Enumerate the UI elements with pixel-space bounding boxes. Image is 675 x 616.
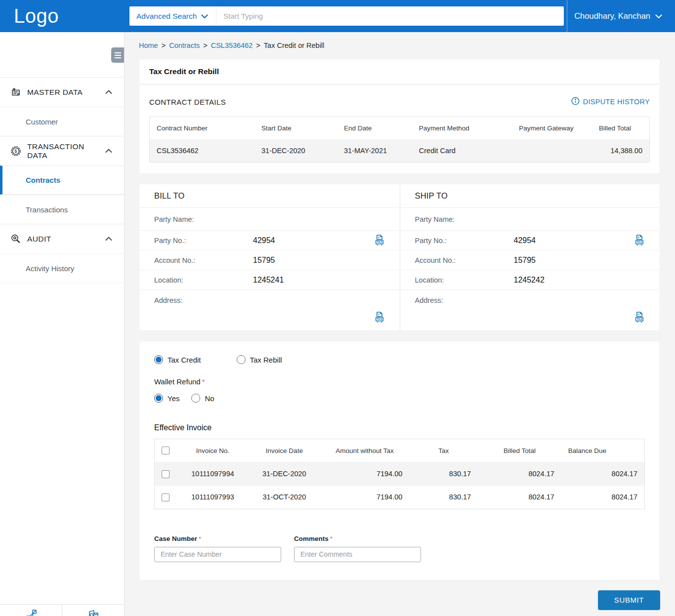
sidebar-footer: [0, 604, 124, 616]
sidebar-item-activity-history[interactable]: Activity History: [0, 253, 124, 283]
required-marker: *: [330, 535, 333, 542]
comments-field: Comments*: [294, 535, 421, 562]
billed-total-cell: 14,388.00: [592, 139, 649, 163]
case-number-field: Case Number*: [154, 535, 281, 562]
sidebar-item-label: Contracts: [26, 176, 60, 184]
column-header: Billed Total: [478, 439, 561, 462]
balance-due-cell: 8024.17: [561, 462, 645, 485]
app-root: Logo Advanced Search Choudhary, Kanchan: [0, 0, 675, 616]
amount-without-tax-cell: 7194.00: [320, 486, 410, 509]
advanced-search-label: Advanced Search: [136, 12, 197, 21]
global-search: Advanced Search: [129, 6, 564, 26]
dispute-history-label: DISPUTE HISTORY: [583, 98, 650, 106]
payment-method-cell: Credit Card: [412, 139, 512, 163]
svg-text:TAX: TAX: [377, 241, 382, 244]
tax-document-icon[interactable]: TAX: [633, 311, 646, 324]
clipboard-icon: [10, 87, 21, 98]
account-no-label: Account No.:: [154, 256, 253, 264]
contract-table: Contract Number Start Date End Date Paym…: [149, 117, 650, 163]
case-number-label: Case Number*: [154, 535, 281, 542]
radio-tax-rebill[interactable]: Tax Rebill: [237, 355, 282, 364]
outlook-link-button[interactable]: [62, 605, 124, 616]
location-label: Location:: [415, 276, 514, 284]
sidebar-section-label: TRANSACTION DATA: [27, 142, 105, 160]
start-date-cell: 31-DEC-2020: [254, 139, 337, 163]
breadcrumb-link-contract-number[interactable]: CSL3536462: [211, 41, 253, 49]
breadcrumb: Home > Contracts > CSL3536462 > Tax Cred…: [139, 41, 660, 49]
chevron-up-icon: [105, 237, 112, 241]
radio-wallet-no[interactable]: No: [191, 394, 214, 403]
app-logo: Logo: [0, 5, 116, 27]
sidebar-item-label: Activity History: [26, 264, 74, 273]
user-menu[interactable]: Choudhary, Kanchan: [567, 0, 675, 32]
radio-wallet-yes[interactable]: Yes: [154, 394, 179, 403]
invoice-date-cell: 31-DEC-2020: [249, 462, 320, 485]
top-bar: Logo Advanced Search Choudhary, Kanchan: [0, 0, 675, 32]
sidebar-item-customer[interactable]: Customer: [0, 107, 124, 136]
radio-unselected-icon: [237, 355, 246, 364]
page-title: Tax Credit or Rebill: [139, 59, 660, 84]
account-no-value: 15795: [514, 256, 536, 265]
column-header: Amount without Tax: [320, 439, 410, 462]
contract-details-heading: CONTRACT DETAILS: [149, 98, 226, 106]
location-value: 1245241: [253, 276, 284, 285]
effective-invoice-table: Invoice No. Invoice Date Amount without …: [154, 439, 645, 509]
party-no-label: Party No.:: [415, 237, 514, 245]
contract-number-cell: CSL3536462: [150, 139, 255, 163]
column-header: Billed Total: [592, 117, 649, 140]
bill-to-heading: BILL TO: [139, 184, 400, 208]
sidebar-item-contracts[interactable]: Contracts: [0, 165, 124, 195]
contract-details-card: Tax Credit or Rebill CONTRACT DETAILS DI…: [139, 59, 660, 174]
tax-document-icon[interactable]: TAX: [633, 234, 646, 246]
balance-due-cell: 8024.17: [561, 486, 645, 509]
chevron-down-icon: [655, 11, 662, 21]
sidebar-section-transaction-data[interactable]: $ TRANSACTION DATA: [0, 136, 124, 165]
radio-label: Yes: [168, 394, 179, 403]
party-name-label: Party Name:: [154, 215, 253, 223]
chevron-up-icon: [105, 90, 112, 94]
row-checkbox[interactable]: [162, 470, 169, 478]
sidebar-section-label: AUDIT: [27, 235, 51, 244]
account-no-label: Account No.:: [415, 256, 514, 264]
column-header: Contract Number: [150, 117, 255, 140]
breadcrumb-separator: >: [203, 41, 207, 49]
tax-cell: 830.17: [409, 486, 478, 509]
wallet-refund-label: Wallet Refund*: [154, 377, 645, 386]
radio-unselected-icon: [191, 394, 200, 403]
sidebar-item-label: Transactions: [26, 205, 68, 214]
advanced-search-dropdown[interactable]: Advanced Search: [129, 6, 216, 26]
comments-input[interactable]: [294, 547, 421, 562]
sidebar-collapse-button[interactable]: [111, 47, 124, 63]
sidebar-section-master-data[interactable]: MASTER DATA: [0, 77, 124, 107]
column-header: Tax: [409, 439, 478, 462]
search-input[interactable]: [216, 12, 564, 20]
submit-button[interactable]: SUBMIT: [598, 590, 660, 610]
breadcrumb-separator: >: [162, 41, 166, 49]
address-label: Address:: [415, 296, 514, 304]
invoice-no-cell: 10111097994: [177, 462, 249, 485]
billed-total-cell: 8024.17: [478, 462, 561, 485]
party-no-label: Party No.:: [154, 237, 253, 245]
svg-text:TAX: TAX: [377, 318, 382, 321]
svg-text:TAX: TAX: [636, 318, 642, 321]
party-no-value: 42954: [514, 236, 536, 245]
jira-link-button[interactable]: [0, 605, 62, 616]
info-icon: [571, 97, 580, 107]
tax-document-icon[interactable]: TAX: [373, 234, 386, 246]
breadcrumb-link-contracts[interactable]: Contracts: [169, 41, 200, 49]
select-all-checkbox[interactable]: [162, 447, 169, 454]
breadcrumb-current: Tax Credit or Rebill: [264, 41, 325, 49]
case-number-input[interactable]: [154, 547, 281, 562]
sidebar-section-audit[interactable]: AUDIT: [0, 224, 124, 253]
sidebar-item-transactions[interactable]: Transactions: [0, 195, 124, 224]
main-content: Home > Contracts > CSL3536462 > Tax Cred…: [125, 32, 675, 616]
dispute-history-link[interactable]: DISPUTE HISTORY: [571, 97, 650, 107]
effective-invoice-heading: Effective Invoice: [154, 423, 645, 432]
payment-gateway-cell: [512, 139, 592, 163]
tax-document-icon[interactable]: TAX: [373, 311, 386, 324]
row-checkbox[interactable]: [162, 493, 169, 501]
breadcrumb-link-home[interactable]: Home: [139, 41, 158, 49]
radio-tax-credit[interactable]: Tax Credit: [154, 355, 201, 364]
location-label: Location:: [154, 276, 253, 284]
required-marker: *: [199, 535, 201, 542]
